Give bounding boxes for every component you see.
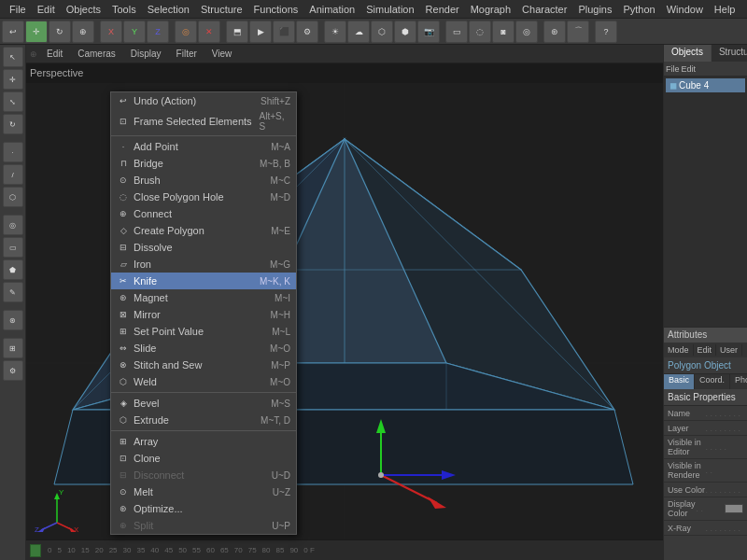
ctx-item-extrude[interactable]: ⬡ExtrudeM~T, D xyxy=(111,412,296,428)
toolbar-render-region[interactable]: ⬒ xyxy=(226,21,248,43)
ctx-item-mirror[interactable]: ⊠MirrorM~H xyxy=(111,306,296,323)
menu-tools[interactable]: Tools xyxy=(106,2,142,17)
sidebar-rect-sel[interactable]: ▭ xyxy=(3,237,23,258)
ctx-item-set-point-value[interactable]: ⊞Set Point ValueM~L xyxy=(111,323,296,340)
menu-structure[interactable]: Structure xyxy=(195,2,248,17)
sidebar-point-mode[interactable]: · xyxy=(3,142,23,162)
toolbar-circle[interactable]: ◎ xyxy=(175,21,197,43)
ctx-item-weld[interactable]: ⬡WeldM~O xyxy=(111,373,296,390)
menu-simulation[interactable]: Simulation xyxy=(360,2,419,17)
ctx-item-dissolve[interactable]: ⊟Dissolve xyxy=(111,239,296,256)
attr-subtab-phong[interactable]: Pho xyxy=(730,374,747,389)
ctx-item-undo-action[interactable]: ↩Undo (Action)Shift+Z xyxy=(111,92,296,109)
vp-view-btn[interactable]: View xyxy=(206,48,238,60)
toolbar-obj-y[interactable]: Y xyxy=(123,21,146,43)
ctx-item-magnet[interactable]: ⊛MagnetM~I xyxy=(111,289,296,306)
attr-mode-tab[interactable]: Mode xyxy=(664,344,694,356)
ctx-item-clone[interactable]: ⊡Clone xyxy=(111,450,296,467)
sidebar-scale2[interactable]: ⤡ xyxy=(3,91,23,112)
sidebar-poly-mode[interactable]: ⬡ xyxy=(3,187,23,207)
toolbar-camera[interactable]: 📷 xyxy=(417,21,440,43)
attr-edit-tab[interactable]: Edit xyxy=(694,344,717,356)
attr-user-tab[interactable]: User xyxy=(716,344,742,356)
toolbar-obj-x[interactable]: X xyxy=(100,21,122,43)
ctx-item-bridge[interactable]: ⊓BridgeM~B, B xyxy=(111,155,296,172)
toolbar-bend[interactable]: ⌒ xyxy=(567,21,589,43)
obj-file-menu[interactable]: File xyxy=(666,64,680,74)
ctx-item-iron[interactable]: ▱IronM~G xyxy=(111,256,296,273)
tab-objects[interactable]: Objects xyxy=(664,45,712,62)
toolbar-help[interactable]: ? xyxy=(595,21,617,43)
sidebar-move2[interactable]: ✛ xyxy=(3,69,23,90)
obj-edit-menu[interactable]: Edit xyxy=(682,64,697,74)
viewport-area[interactable]: ⊕ Edit Cameras Display Filter View Persp… xyxy=(26,45,663,560)
menu-plugins[interactable]: Plugins xyxy=(572,2,617,17)
menu-python[interactable]: Python xyxy=(617,2,660,17)
toolbar-render-view[interactable]: ▶ xyxy=(249,21,272,43)
toolbar-light4[interactable]: ⬢ xyxy=(394,21,416,43)
sidebar-magnet2[interactable]: ⊛ xyxy=(3,310,23,330)
toolbar-floor[interactable]: ▭ xyxy=(445,21,468,43)
attr-subtab-basic[interactable]: Basic xyxy=(664,374,695,389)
ctx-item-slide[interactable]: ⇔SlideM~O xyxy=(111,340,296,357)
toolbar-obj-z[interactable]: Z xyxy=(147,21,169,43)
toolbar-enviro[interactable]: ◎ xyxy=(515,21,538,43)
ctx-item-frame-selected-elements[interactable]: ⊡Frame Selected ElementsAlt+S, S xyxy=(111,109,296,133)
menu-objects[interactable]: Objects xyxy=(61,2,106,17)
toolbar-undo[interactable]: ↩ xyxy=(2,21,24,43)
sidebar-rotate2[interactable]: ↻ xyxy=(3,114,23,134)
menu-window[interactable]: Window xyxy=(661,2,709,17)
vp-filter-btn[interactable]: Filter xyxy=(171,48,203,60)
toolbar-sky[interactable]: ◌ xyxy=(469,21,491,43)
sidebar-live-sel[interactable]: ◎ xyxy=(3,215,23,235)
vp-edit-btn[interactable]: Edit xyxy=(41,48,68,60)
toolbar-rotate[interactable]: ↻ xyxy=(49,21,71,43)
timeline-play-indicator[interactable] xyxy=(30,544,41,557)
menu-mograph[interactable]: Mograph xyxy=(465,2,516,17)
ctx-item-add-point[interactable]: ·Add PointM~A xyxy=(111,138,296,155)
ctx-item-melt[interactable]: ⊙MeltU~Z xyxy=(111,483,296,500)
vp-cameras-btn[interactable]: Cameras xyxy=(72,48,121,60)
toolbar-deformer[interactable]: ⊛ xyxy=(543,21,566,43)
sidebar-free-sel[interactable]: ✎ xyxy=(3,282,23,302)
menu-functions[interactable]: Functions xyxy=(248,2,304,17)
attr-subtab-coord[interactable]: Coord. xyxy=(695,374,730,389)
toolbar-light2[interactable]: ☁ xyxy=(347,21,370,43)
ctx-item-bevel[interactable]: ◈BevelM~S xyxy=(111,395,296,412)
toolbar-light3[interactable]: ⬡ xyxy=(371,21,393,43)
menu-help[interactable]: Help xyxy=(709,2,741,17)
toolbar-bg[interactable]: ◙ xyxy=(492,21,514,43)
toolbar-render-all[interactable]: ⬛ xyxy=(273,21,295,43)
sidebar-settings[interactable]: ⚙ xyxy=(3,360,23,381)
menu-animation[interactable]: Animation xyxy=(303,2,360,17)
ctx-item-optimize[interactable]: ⊛Optimize... xyxy=(111,500,296,517)
ctx-item-close-polygon-hole[interactable]: ◌Close Polygon HoleM~D xyxy=(111,189,296,205)
toolbar-move[interactable]: ✛ xyxy=(25,21,48,43)
ctx-item-knife[interactable]: ✂KnifeM~K, K xyxy=(111,273,296,289)
toolbar-cancel[interactable]: ✕ xyxy=(198,21,220,43)
ctx-item-stitch-and-sew[interactable]: ⊗Stitch and SewM~P xyxy=(111,357,296,373)
menu-character[interactable]: Character xyxy=(516,2,572,17)
ctx-item-array[interactable]: ⊞Array xyxy=(111,433,296,450)
viewport-nav-arrows[interactable]: ⊕ xyxy=(30,49,37,59)
toolbar-light1[interactable]: ☀ xyxy=(324,21,346,43)
menu-render[interactable]: Render xyxy=(420,2,465,17)
ctx-item-create-polygon[interactable]: ◇Create PolygonM~E xyxy=(111,222,296,239)
sidebar-poly-sel[interactable]: ⬟ xyxy=(3,259,23,280)
ctx-item-connect[interactable]: ⊕Connect xyxy=(111,205,296,222)
obj-item-cube[interactable]: ◼ Cube 4 xyxy=(666,78,745,92)
viewport-canvas[interactable]: Perspective xyxy=(26,63,663,560)
obj-tree[interactable]: ◼ Cube 4 xyxy=(664,77,747,327)
tab-structure[interactable]: Structure xyxy=(712,45,747,62)
menu-selection[interactable]: Selection xyxy=(142,2,195,17)
menu-file[interactable]: File xyxy=(4,2,32,17)
sidebar-select[interactable]: ↖ xyxy=(3,47,23,67)
ctx-item-brush[interactable]: ⊙BrushM~C xyxy=(111,172,296,189)
menu-edit[interactable]: Edit xyxy=(32,2,61,17)
toolbar-render-settings[interactable]: ⚙ xyxy=(296,21,318,43)
sidebar-coords[interactable]: ⊞ xyxy=(3,338,23,358)
toolbar-scale[interactable]: ⊕ xyxy=(72,21,94,43)
attr-display-color-swatch[interactable] xyxy=(725,504,743,513)
vp-display-btn[interactable]: Display xyxy=(125,48,167,60)
sidebar-edge-mode[interactable]: / xyxy=(3,164,23,185)
